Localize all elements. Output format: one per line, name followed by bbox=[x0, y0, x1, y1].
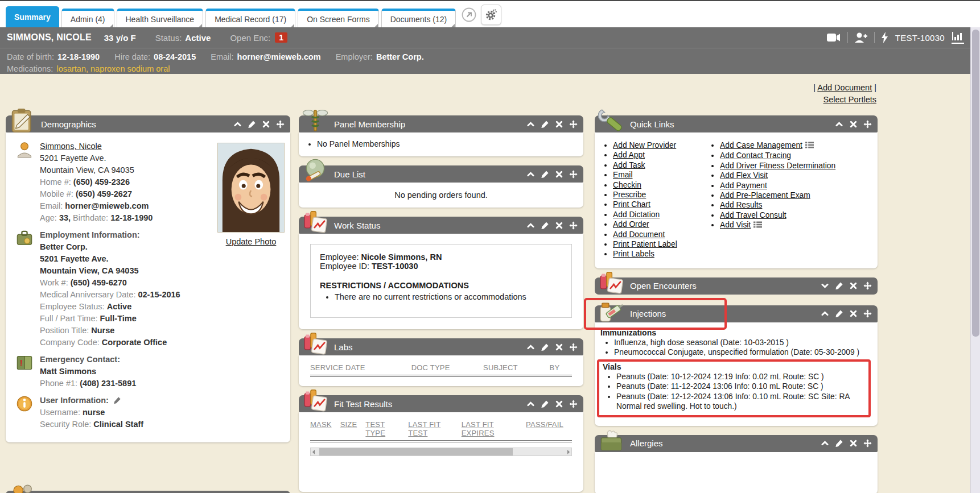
medication-link-naproxen[interactable]: naproxen sodium oral bbox=[90, 64, 170, 73]
collapse-icon[interactable] bbox=[526, 400, 535, 408]
move-icon[interactable] bbox=[863, 281, 872, 290]
edit-icon[interactable] bbox=[835, 281, 843, 290]
patient-name-link[interactable]: Simmons, Nicole bbox=[40, 142, 102, 151]
quick-link-item: Add Flex Visit bbox=[720, 171, 835, 180]
select-portlets-link[interactable]: Select Portlets bbox=[823, 95, 877, 104]
quick-link[interactable]: Add Task bbox=[613, 161, 645, 169]
quick-link[interactable]: Add Travel Consult bbox=[720, 211, 787, 219]
list-menu-icon[interactable] bbox=[753, 221, 762, 230]
collapse-icon[interactable] bbox=[835, 120, 843, 129]
quick-link[interactable]: Print Chart bbox=[613, 200, 650, 209]
move-icon[interactable] bbox=[569, 120, 578, 129]
move-icon[interactable] bbox=[863, 439, 872, 448]
lightning-bolt-icon[interactable] bbox=[882, 32, 888, 43]
edit-user-icon[interactable] bbox=[113, 396, 121, 404]
close-icon[interactable] bbox=[849, 439, 858, 448]
patient-info-bar: Date of birth: 12-18-1990 Hire date: 08-… bbox=[0, 48, 980, 74]
allergies-header: Allergies bbox=[595, 435, 878, 452]
scrollbar-thumb[interactable] bbox=[319, 448, 513, 455]
move-icon[interactable] bbox=[569, 221, 578, 230]
move-icon[interactable] bbox=[569, 170, 578, 179]
tab-medical-record[interactable]: Medical Record (17) bbox=[205, 9, 295, 27]
quick-link[interactable]: Checkin bbox=[613, 181, 641, 189]
quick-link[interactable]: Prescribe bbox=[613, 190, 646, 199]
collapse-icon[interactable] bbox=[233, 120, 242, 129]
quick-link[interactable]: Add Appt bbox=[613, 151, 645, 159]
tab-health-surveillance[interactable]: Health Surveillance bbox=[117, 9, 204, 27]
collapse-icon[interactable] bbox=[526, 170, 535, 179]
gear-icon[interactable] bbox=[481, 5, 501, 25]
scroll-right-arrow[interactable] bbox=[567, 450, 570, 454]
horizontal-scrollbar[interactable] bbox=[310, 448, 572, 456]
fit-test-column-link[interactable]: MASK bbox=[310, 420, 332, 437]
person-add-icon[interactable] bbox=[855, 32, 867, 43]
quick-link[interactable]: Add Document bbox=[613, 230, 665, 239]
add-document-link[interactable]: Add Document bbox=[817, 83, 872, 92]
quick-link-item: Add Travel Consult bbox=[720, 210, 835, 220]
page-scrollbar-thumb[interactable] bbox=[972, 30, 979, 337]
expand-icon[interactable] bbox=[821, 281, 829, 290]
tab-on-screen-forms[interactable]: On Screen Forms bbox=[298, 9, 378, 27]
tab-summary[interactable]: Summary bbox=[6, 6, 59, 27]
tab-documents[interactable]: Documents (12) bbox=[381, 9, 456, 27]
popout-icon[interactable] bbox=[462, 7, 476, 22]
collapse-icon[interactable] bbox=[526, 221, 535, 230]
list-menu-icon[interactable] bbox=[805, 141, 814, 151]
fit-test-column-link[interactable]: LAST FIT EXPIRES bbox=[462, 420, 517, 437]
fit-test-column-link[interactable]: TEST TYPE bbox=[365, 420, 400, 437]
close-icon[interactable] bbox=[555, 400, 563, 408]
move-icon[interactable] bbox=[863, 120, 872, 129]
medication-link-losartan[interactable]: losartan bbox=[56, 64, 86, 73]
close-icon[interactable] bbox=[555, 120, 563, 129]
collapse-icon[interactable] bbox=[526, 343, 535, 351]
edit-icon[interactable] bbox=[248, 120, 256, 129]
collapse-icon[interactable] bbox=[821, 439, 829, 448]
tab-admin[interactable]: Admin (4) bbox=[61, 9, 114, 27]
close-icon[interactable] bbox=[262, 120, 270, 129]
fit-test-column-link[interactable]: PASS/FAIL bbox=[526, 420, 563, 437]
quick-link[interactable]: Add Visit bbox=[720, 221, 751, 229]
video-camera-icon[interactable] bbox=[827, 33, 841, 42]
edit-icon[interactable] bbox=[541, 221, 549, 230]
quick-link[interactable]: Add Driver Fitness Determination bbox=[720, 161, 835, 170]
collapse-icon[interactable] bbox=[526, 120, 535, 129]
people-icon bbox=[9, 483, 35, 493]
quick-link[interactable]: Add Case Management bbox=[720, 141, 802, 150]
move-icon[interactable] bbox=[569, 400, 578, 408]
close-icon[interactable] bbox=[849, 309, 858, 318]
edit-icon[interactable] bbox=[541, 400, 549, 408]
panel-membership-portlet: Panel Membership No Panel Memberships bbox=[299, 115, 583, 156]
quick-link[interactable]: Print Patient Label bbox=[613, 240, 677, 248]
quick-link[interactable]: Add Dictation bbox=[613, 210, 660, 219]
collapse-icon[interactable] bbox=[821, 309, 829, 318]
scroll-left-arrow[interactable] bbox=[312, 450, 315, 454]
close-icon[interactable] bbox=[849, 281, 858, 290]
quick-link[interactable]: Add Order bbox=[613, 220, 649, 229]
page-scrollbar[interactable] bbox=[970, 27, 980, 493]
edit-icon[interactable] bbox=[541, 170, 549, 179]
quick-link[interactable]: Add Pre-Placement Exam bbox=[720, 191, 810, 200]
quick-link[interactable]: Add Contact Tracing bbox=[720, 151, 791, 160]
bar-chart-icon[interactable] bbox=[952, 32, 964, 44]
move-icon[interactable] bbox=[863, 309, 872, 318]
move-icon[interactable] bbox=[276, 120, 285, 129]
fit-test-column-link[interactable]: LAST FIT TEST bbox=[408, 420, 452, 437]
close-icon[interactable] bbox=[849, 120, 858, 129]
open-enc-badge[interactable]: 1 bbox=[275, 32, 287, 43]
quick-link[interactable]: Add Flex Visit bbox=[720, 171, 768, 180]
close-icon[interactable] bbox=[555, 221, 563, 230]
edit-icon[interactable] bbox=[541, 343, 549, 351]
quick-link[interactable]: Email bbox=[613, 171, 633, 179]
close-icon[interactable] bbox=[555, 170, 563, 179]
fit-test-column-link[interactable]: SIZE bbox=[340, 420, 357, 437]
quick-link[interactable]: Add Results bbox=[720, 201, 762, 209]
edit-icon[interactable] bbox=[835, 439, 843, 448]
move-icon[interactable] bbox=[569, 343, 578, 351]
quick-link[interactable]: Add Payment bbox=[720, 181, 767, 190]
edit-icon[interactable] bbox=[541, 120, 549, 129]
edit-icon[interactable] bbox=[835, 309, 843, 318]
quick-link[interactable]: Add New Provider bbox=[613, 141, 676, 150]
cutoff-portlet-header[interactable] bbox=[6, 491, 290, 493]
quick-link[interactable]: Print Labels bbox=[613, 250, 654, 258]
close-icon[interactable] bbox=[555, 343, 563, 351]
